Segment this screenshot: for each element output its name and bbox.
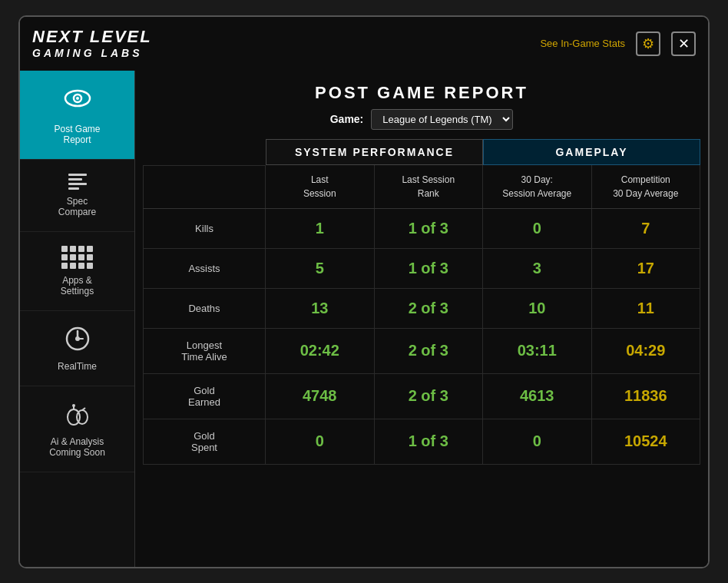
- assists-session-avg: 3: [483, 249, 592, 288]
- game-label: Game:: [330, 113, 364, 125]
- sidebar-item-realtime[interactable]: RealTime: [20, 311, 134, 386]
- assists-last-session-rank: 1 of 3: [375, 249, 484, 288]
- gold-spent-comp-avg: 10524: [592, 419, 701, 464]
- column-headers: LastSession Last SessionRank 30 Day:Sess…: [143, 165, 700, 209]
- table-row: Deaths 13 2 of 3 10 11: [143, 289, 700, 329]
- see-ingame-stats-link[interactable]: See In-Game Stats: [540, 38, 625, 49]
- row-label-gold-earned: GoldEarned: [143, 374, 266, 419]
- kills-last-session-rank: 1 of 3: [375, 209, 484, 248]
- sidebar-item-ai-analysis[interactable]: Ai & AnalysisComing Soon: [20, 386, 134, 472]
- game-select-row: Game: League of Legends (TM): [151, 109, 693, 130]
- gold-earned-session-avg: 4613: [483, 374, 592, 419]
- deaths-session-avg: 10: [483, 289, 592, 328]
- table-row: GoldEarned 4748 2 of 3 4613 11836: [143, 374, 700, 419]
- deaths-comp-avg: 11: [592, 289, 701, 328]
- lta-session-avg: 03:11: [483, 329, 592, 373]
- sidebar-item-apps-settings[interactable]: Apps &Settings: [20, 232, 134, 311]
- gold-spent-session-avg: 0: [483, 419, 592, 464]
- page-header: POST GAME REPORT Game: League of Legends…: [135, 71, 708, 136]
- data-table: Kills 1 1 of 3 0 7 Assists 5 1 of 3 3 17…: [143, 209, 700, 559]
- ai-analysis-icon: [64, 400, 91, 430]
- row-label-deaths: Deaths: [143, 289, 266, 328]
- sidebar-label-ai: Ai & AnalysisComing Soon: [49, 436, 105, 458]
- assists-comp-avg: 17: [592, 249, 701, 288]
- svg-point-8: [77, 410, 88, 424]
- gold-spent-last-session: 0: [266, 419, 375, 464]
- main-layout: Post GameReport SpecCompare Apps &Settin…: [20, 71, 708, 567]
- game-select-dropdown[interactable]: League of Legends (TM): [371, 109, 513, 130]
- gold-earned-last-session: 4748: [266, 374, 375, 419]
- sidebar: Post GameReport SpecCompare Apps &Settin…: [20, 71, 135, 567]
- col-header-last-session-rank: Last SessionRank: [375, 165, 484, 208]
- row-label-longest-time-alive: LongestTime Alive: [143, 329, 266, 373]
- gold-earned-comp-avg: 11836: [592, 374, 701, 419]
- lta-last-session-rank: 2 of 3: [375, 329, 484, 373]
- spec-icon: [68, 174, 87, 190]
- title-bar-right: See In-Game Stats ⚙ ✕: [540, 31, 696, 56]
- content-area: POST GAME REPORT Game: League of Legends…: [135, 71, 708, 567]
- section-header-gameplay: GAMEPLAY: [483, 139, 700, 165]
- sidebar-label-realtime: RealTime: [58, 361, 97, 372]
- apps-grid-icon: [61, 246, 93, 269]
- svg-line-11: [82, 408, 85, 410]
- col-header-comp-avg: Competition30 Day Average: [592, 165, 701, 208]
- deaths-last-session: 13: [266, 289, 375, 328]
- kills-comp-avg: 7: [592, 209, 701, 248]
- close-button[interactable]: ✕: [671, 31, 696, 56]
- row-label-gold-spent: GoldSpent: [143, 419, 266, 464]
- table-row: GoldSpent 0 1 of 3 0 10524: [143, 419, 700, 465]
- app-logo: NEXT LEVEL GAMING LABS: [32, 27, 152, 60]
- table-row: Assists 5 1 of 3 3 17: [143, 249, 700, 289]
- lta-comp-avg: 04:29: [592, 329, 701, 373]
- kills-session-avg: 0: [483, 209, 592, 248]
- table-row: LongestTime Alive 02:42 2 of 3 03:11 04:…: [143, 329, 700, 374]
- kills-last-session: 1: [266, 209, 375, 248]
- sidebar-label-post-game: Post GameReport: [54, 124, 100, 145]
- title-bar: NEXT LEVEL GAMING LABS See In-Game Stats…: [20, 17, 708, 71]
- assists-last-session: 5: [266, 249, 375, 288]
- eye-icon: [64, 84, 91, 118]
- section-header-system: SYSTEM PERFORMANCE: [266, 139, 483, 165]
- realtime-icon: [64, 325, 91, 355]
- row-label-assists: Assists: [143, 249, 266, 288]
- row-label-kills: Kills: [143, 209, 266, 248]
- sidebar-item-post-game-report[interactable]: Post GameReport: [20, 71, 134, 160]
- page-title: POST GAME REPORT: [151, 83, 693, 103]
- deaths-last-session-rank: 2 of 3: [375, 289, 484, 328]
- sidebar-item-spec-compare[interactable]: SpecCompare: [20, 160, 134, 232]
- col-header-session-avg: 30 Day:Session Average: [483, 165, 592, 208]
- col-header-last-session: LastSession: [266, 165, 375, 208]
- svg-point-2: [76, 97, 79, 100]
- svg-point-10: [72, 404, 75, 407]
- lta-last-session: 02:42: [266, 329, 375, 373]
- sidebar-label-spec-compare: SpecCompare: [58, 196, 96, 217]
- gold-spent-last-session-rank: 1 of 3: [375, 419, 484, 464]
- table-row: Kills 1 1 of 3 0 7: [143, 209, 700, 249]
- app-window: NEXT LEVEL GAMING LABS See In-Game Stats…: [18, 15, 710, 568]
- gold-earned-last-session-rank: 2 of 3: [375, 374, 484, 419]
- settings-gear-button[interactable]: ⚙: [636, 31, 660, 56]
- section-headers: SYSTEM PERFORMANCE GAMEPLAY: [143, 139, 700, 165]
- sidebar-label-apps: Apps &Settings: [61, 275, 94, 296]
